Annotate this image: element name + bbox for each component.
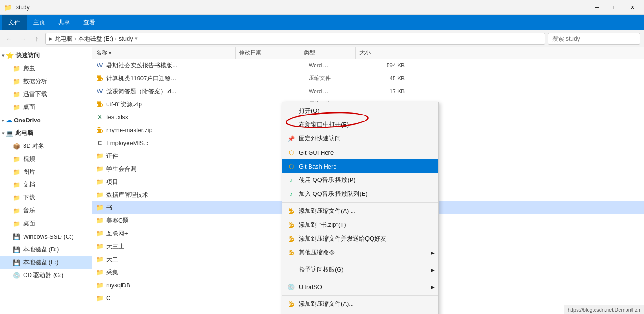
forward-button[interactable]: → <box>18 33 29 44</box>
sidebar-thispc[interactable]: ▾ 💻 此电脑 <box>0 127 92 139</box>
status-text: https://blog.csdn.net/Demontl zh <box>568 307 640 313</box>
drive-d-label: 本地磁盘 (D:) <box>23 245 59 254</box>
chevron-icon: ▸ <box>2 118 4 123</box>
drive-icon: 💾 <box>13 246 20 253</box>
col-size[interactable]: 大小 <box>356 47 644 59</box>
col-modified[interactable]: 修改日期 <box>236 47 300 59</box>
up-button[interactable]: ↑ <box>31 33 43 44</box>
sidebar-item-music[interactable]: 📁 音乐 <box>0 204 92 217</box>
folder-icon: 📁 <box>96 191 103 199</box>
ctx-item-pin[interactable]: 📌固定到快速访问 <box>282 132 438 145</box>
ctx-divider <box>282 261 438 261</box>
sidebar-onedrive[interactable]: ▸ ☁ OneDrive <box>0 114 92 127</box>
sidebar-item-video[interactable]: 📁 视频 <box>0 152 92 165</box>
sidebar-item-desktop[interactable]: 📁 桌面 <box>0 217 92 230</box>
drive-g-label: CD 驱动器 (G:) <box>23 271 63 279</box>
breadcrumb[interactable]: ▸ 此电脑 › 本地磁盘 (E:) › study ▾ <box>45 33 545 45</box>
ctx-item-qq-queue[interactable]: ♪加入 QQ音乐 播放队列(E) <box>282 187 438 201</box>
drive-e-label: 本地磁盘 (E:) <box>23 258 59 266</box>
menu-view[interactable]: 查看 <box>77 15 102 30</box>
git-icon: ⬡ <box>287 148 295 157</box>
cloud-icon: ☁ <box>6 117 12 124</box>
main-area: ▾ ⭐ 快速访问 📁 爬虫 📁 数据分析 📁 迅雷下载 📁 桌面 ▸ ☁ One… <box>0 47 644 302</box>
sidebar-drive-g[interactable]: 💿 CD 驱动器 (G:) <box>0 269 92 282</box>
compress-icon: 🗜 <box>287 221 295 229</box>
sidebar-drive-c[interactable]: 💾 Windows-SSD (C:) <box>0 230 92 243</box>
ctx-item-qq-play[interactable]: ♪使用 QQ音乐 播放(P) <box>282 173 438 187</box>
ctx-divider <box>282 295 438 296</box>
file-name-cell: W 觉课简答题（附答案）.d... <box>96 87 244 96</box>
zip-icon: 🗜 <box>96 101 103 108</box>
sidebar-item-downloads[interactable]: 📁 下载 <box>0 191 92 204</box>
sidebar-item-data-analysis[interactable]: 📁 数据分析 <box>0 75 92 88</box>
sidebar-3d-label: 3D 对象 <box>23 142 44 150</box>
sidebar-drive-e[interactable]: 💾 本地磁盘 (E:) <box>0 256 92 269</box>
file-name-cell: 📁 学生会合照 <box>96 165 244 173</box>
close-button[interactable]: ✕ <box>625 2 640 12</box>
excel-icon: X <box>96 114 103 121</box>
col-type[interactable]: 类型 <box>300 47 356 59</box>
sidebar-item-picture[interactable]: 📁 图片 <box>0 165 92 178</box>
zip-icon: 🗜 <box>96 127 103 134</box>
sidebar-item-spider[interactable]: 📁 爬虫 <box>0 62 92 75</box>
compress-icon: 🗜 <box>287 248 295 257</box>
ctx-item-rar-a[interactable]: 🗜添加到压缩文件(A)... <box>282 297 438 311</box>
status-bar: https://blog.csdn.net/Demontl zh <box>564 305 644 314</box>
ctx-item-git-gui[interactable]: ⬡Git GUI Here <box>282 145 438 159</box>
sidebar-item-thunder[interactable]: 📁 迅雷下载 <box>0 88 92 101</box>
ctx-item-open-new[interactable]: 在新窗口中打开(E) <box>282 118 438 132</box>
sidebar-quick-access[interactable]: ▾ ⭐ 快速访问 <box>0 49 92 62</box>
back-button[interactable]: ← <box>4 33 15 44</box>
sidebar-dl-label: 下载 <box>23 193 35 202</box>
file-name-cell: X test.xlsx <box>96 114 244 121</box>
ctx-item-compress-a[interactable]: 🗜添加到压缩文件(A) ... <box>282 204 438 218</box>
compress-icon: 🗜 <box>287 207 295 215</box>
ctx-item-compress-more[interactable]: 🗜其他压缩命令▶ <box>282 246 438 260</box>
drive-icon: 💾 <box>13 259 20 266</box>
file-name-cell: 📁 大三上 <box>96 242 244 251</box>
ctx-item-ultraiso[interactable]: 💿UltraISO▶ <box>282 280 438 294</box>
folder-icon: 📁 <box>96 256 103 263</box>
folder-icon: 📁 <box>13 155 20 163</box>
c-icon: C <box>96 139 103 147</box>
ctx-item-rar-t[interactable]: 🗜添加到 "书.rar"(T) <box>282 311 438 314</box>
file-name-cell: 📁 互联网+ <box>96 229 244 238</box>
folder-icon: 📁 <box>13 103 20 111</box>
minimize-button[interactable]: ─ <box>589 2 605 12</box>
sidebar-drive-d[interactable]: 💾 本地磁盘 (D:) <box>0 243 92 256</box>
file-name-cell: C EmployeeMIS.c <box>96 139 244 147</box>
onedrive-label: OneDrive <box>14 117 41 124</box>
file-row[interactable]: 🗜 计算机类11907户口迁移... 压缩文件 45 KB <box>92 72 644 85</box>
file-row[interactable]: W 暑期社会实践报告书模版... Word ... 594 KB <box>92 59 644 72</box>
menu-file[interactable]: 文件 <box>2 15 27 30</box>
ctx-item-git-bash[interactable]: ⬡Git Bash Here <box>282 159 438 173</box>
ctx-item-open[interactable]: 打开(O) <box>282 104 438 118</box>
col-name[interactable]: 名称 ▾ <box>92 47 236 59</box>
menu-home[interactable]: 主页 <box>27 15 52 30</box>
search-input[interactable] <box>548 33 640 45</box>
maximize-button[interactable]: □ <box>608 2 622 12</box>
folder-icon: 📁 <box>96 152 103 160</box>
file-row[interactable]: W 觉课简答题（附答案）.d... Word ... 17 KB <box>92 85 644 98</box>
sidebar-docs-label: 文档 <box>23 181 35 189</box>
file-name-cell: 📁 数据库管理技术 <box>96 191 244 199</box>
sidebar-item-docs[interactable]: 📁 文档 <box>0 178 92 191</box>
drive-icon: 💾 <box>13 233 20 240</box>
folder-icon: 📁 <box>96 165 103 173</box>
ctx-item-compress-zip[interactable]: 🗜添加到 "书.zip"(T) <box>282 218 438 232</box>
ctx-item-access[interactable]: 授予访问权限(G)▶ <box>282 263 438 277</box>
thispc-label: 此电脑 <box>15 129 33 137</box>
breadcrumb-arrow: ▾ <box>135 36 138 42</box>
sidebar-desk-label: 桌面 <box>23 219 35 228</box>
file-name-cell: 📁 采集 <box>96 268 244 277</box>
sidebar-item-desktop-quick[interactable]: 📁 桌面 <box>0 101 92 114</box>
sidebar-item-3d[interactable]: 📦 3D 对象 <box>0 139 92 152</box>
ctx-divider <box>282 278 438 278</box>
folder-icon: 📁 <box>13 91 20 98</box>
ctx-item-compress-qq[interactable]: 🗜添加到压缩文件并发送给QQ好友 <box>282 232 438 246</box>
folder-icon: 📁 <box>96 217 103 224</box>
title-bar: 📁 study ─ □ ✕ <box>0 0 644 15</box>
file-name-cell: 📁 美赛C题 <box>96 217 244 225</box>
folder-icon: 📁 <box>96 230 103 237</box>
menu-share[interactable]: 共享 <box>52 15 77 30</box>
